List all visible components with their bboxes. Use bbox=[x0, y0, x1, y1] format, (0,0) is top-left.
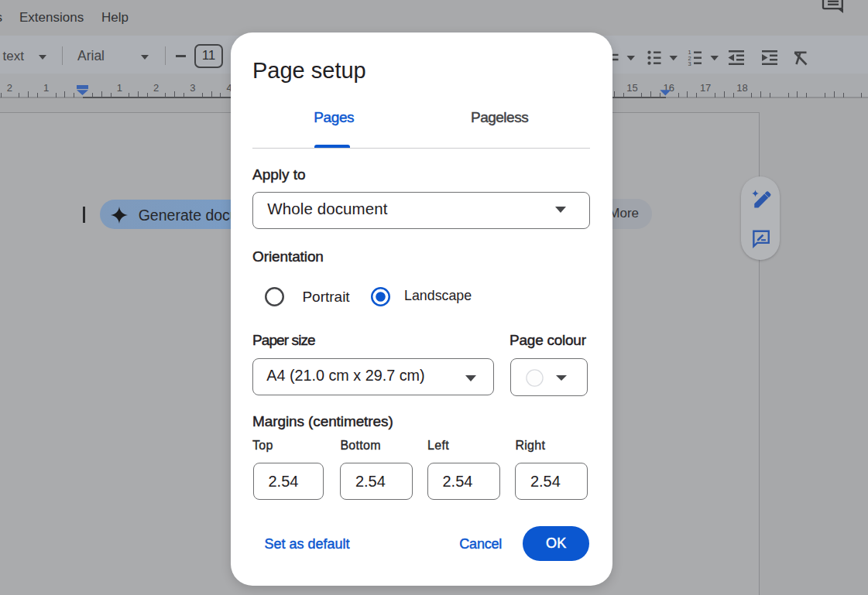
svg-text:3: 3 bbox=[688, 60, 691, 67]
